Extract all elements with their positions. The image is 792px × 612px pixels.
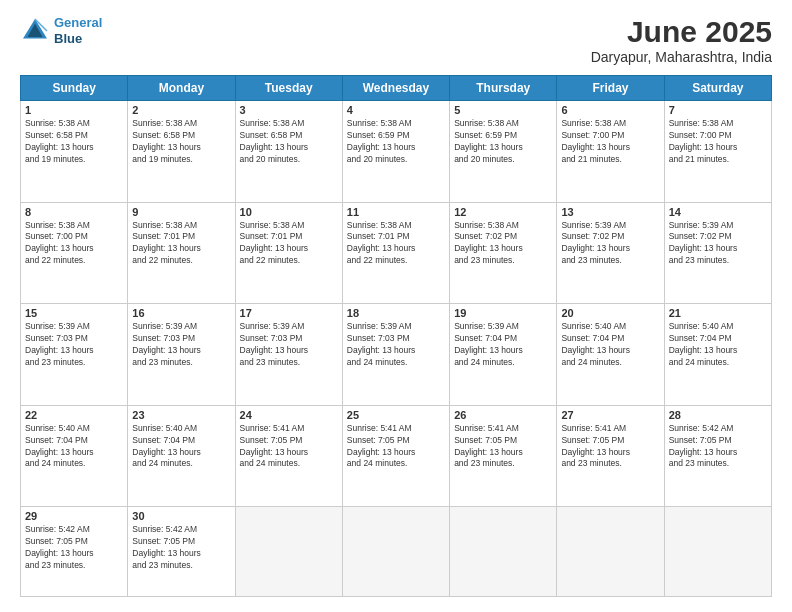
calendar-cell: 30Sunrise: 5:42 AM Sunset: 7:05 PM Dayli… — [128, 507, 235, 597]
calendar-cell: 12Sunrise: 5:38 AM Sunset: 7:02 PM Dayli… — [450, 202, 557, 304]
table-row: 22Sunrise: 5:40 AM Sunset: 7:04 PM Dayli… — [21, 405, 772, 507]
day-info: Sunrise: 5:38 AM Sunset: 7:02 PM Dayligh… — [454, 220, 552, 268]
day-info: Sunrise: 5:38 AM Sunset: 7:00 PM Dayligh… — [561, 118, 659, 166]
day-number: 5 — [454, 104, 552, 116]
col-thursday: Thursday — [450, 76, 557, 101]
title-block: June 2025 Daryapur, Maharashtra, India — [591, 15, 772, 65]
day-number: 14 — [669, 206, 767, 218]
day-number: 17 — [240, 307, 338, 319]
day-number: 18 — [347, 307, 445, 319]
day-number: 2 — [132, 104, 230, 116]
col-monday: Monday — [128, 76, 235, 101]
day-info: Sunrise: 5:40 AM Sunset: 7:04 PM Dayligh… — [132, 423, 230, 471]
day-number: 3 — [240, 104, 338, 116]
day-number: 30 — [132, 510, 230, 522]
day-info: Sunrise: 5:41 AM Sunset: 7:05 PM Dayligh… — [454, 423, 552, 471]
calendar-header-row: Sunday Monday Tuesday Wednesday Thursday… — [21, 76, 772, 101]
day-number: 6 — [561, 104, 659, 116]
page: General Blue June 2025 Daryapur, Maharas… — [0, 0, 792, 612]
col-saturday: Saturday — [664, 76, 771, 101]
calendar-cell — [342, 507, 449, 597]
calendar-cell: 9Sunrise: 5:38 AM Sunset: 7:01 PM Daylig… — [128, 202, 235, 304]
calendar-cell: 26Sunrise: 5:41 AM Sunset: 7:05 PM Dayli… — [450, 405, 557, 507]
day-number: 26 — [454, 409, 552, 421]
calendar-cell — [450, 507, 557, 597]
calendar-cell: 16Sunrise: 5:39 AM Sunset: 7:03 PM Dayli… — [128, 304, 235, 406]
calendar-cell: 4Sunrise: 5:38 AM Sunset: 6:59 PM Daylig… — [342, 101, 449, 203]
day-number: 1 — [25, 104, 123, 116]
col-friday: Friday — [557, 76, 664, 101]
day-number: 7 — [669, 104, 767, 116]
day-number: 21 — [669, 307, 767, 319]
calendar-cell: 28Sunrise: 5:42 AM Sunset: 7:05 PM Dayli… — [664, 405, 771, 507]
table-row: 1Sunrise: 5:38 AM Sunset: 6:58 PM Daylig… — [21, 101, 772, 203]
calendar-cell: 11Sunrise: 5:38 AM Sunset: 7:01 PM Dayli… — [342, 202, 449, 304]
location: Daryapur, Maharashtra, India — [591, 49, 772, 65]
day-number: 15 — [25, 307, 123, 319]
calendar-cell: 27Sunrise: 5:41 AM Sunset: 7:05 PM Dayli… — [557, 405, 664, 507]
calendar-cell: 22Sunrise: 5:40 AM Sunset: 7:04 PM Dayli… — [21, 405, 128, 507]
calendar-cell: 24Sunrise: 5:41 AM Sunset: 7:05 PM Dayli… — [235, 405, 342, 507]
calendar-cell: 8Sunrise: 5:38 AM Sunset: 7:00 PM Daylig… — [21, 202, 128, 304]
day-info: Sunrise: 5:38 AM Sunset: 7:00 PM Dayligh… — [669, 118, 767, 166]
header: General Blue June 2025 Daryapur, Maharas… — [20, 15, 772, 65]
day-info: Sunrise: 5:39 AM Sunset: 7:03 PM Dayligh… — [347, 321, 445, 369]
calendar-cell: 7Sunrise: 5:38 AM Sunset: 7:00 PM Daylig… — [664, 101, 771, 203]
day-info: Sunrise: 5:38 AM Sunset: 7:00 PM Dayligh… — [25, 220, 123, 268]
table-row: 29Sunrise: 5:42 AM Sunset: 7:05 PM Dayli… — [21, 507, 772, 597]
day-info: Sunrise: 5:42 AM Sunset: 7:05 PM Dayligh… — [132, 524, 230, 572]
day-info: Sunrise: 5:39 AM Sunset: 7:03 PM Dayligh… — [132, 321, 230, 369]
day-info: Sunrise: 5:39 AM Sunset: 7:04 PM Dayligh… — [454, 321, 552, 369]
day-number: 8 — [25, 206, 123, 218]
calendar-table: Sunday Monday Tuesday Wednesday Thursday… — [20, 75, 772, 597]
day-number: 24 — [240, 409, 338, 421]
day-info: Sunrise: 5:38 AM Sunset: 6:59 PM Dayligh… — [454, 118, 552, 166]
calendar-cell: 20Sunrise: 5:40 AM Sunset: 7:04 PM Dayli… — [557, 304, 664, 406]
calendar-cell: 1Sunrise: 5:38 AM Sunset: 6:58 PM Daylig… — [21, 101, 128, 203]
calendar-cell: 19Sunrise: 5:39 AM Sunset: 7:04 PM Dayli… — [450, 304, 557, 406]
calendar-cell: 23Sunrise: 5:40 AM Sunset: 7:04 PM Dayli… — [128, 405, 235, 507]
calendar-cell — [235, 507, 342, 597]
day-number: 12 — [454, 206, 552, 218]
calendar-cell: 10Sunrise: 5:38 AM Sunset: 7:01 PM Dayli… — [235, 202, 342, 304]
calendar-cell — [664, 507, 771, 597]
calendar-cell: 6Sunrise: 5:38 AM Sunset: 7:00 PM Daylig… — [557, 101, 664, 203]
day-number: 10 — [240, 206, 338, 218]
logo: General Blue — [20, 15, 102, 46]
day-info: Sunrise: 5:40 AM Sunset: 7:04 PM Dayligh… — [561, 321, 659, 369]
day-info: Sunrise: 5:38 AM Sunset: 7:01 PM Dayligh… — [347, 220, 445, 268]
day-info: Sunrise: 5:42 AM Sunset: 7:05 PM Dayligh… — [25, 524, 123, 572]
table-row: 8Sunrise: 5:38 AM Sunset: 7:00 PM Daylig… — [21, 202, 772, 304]
calendar-cell: 18Sunrise: 5:39 AM Sunset: 7:03 PM Dayli… — [342, 304, 449, 406]
day-info: Sunrise: 5:39 AM Sunset: 7:02 PM Dayligh… — [561, 220, 659, 268]
col-wednesday: Wednesday — [342, 76, 449, 101]
day-info: Sunrise: 5:40 AM Sunset: 7:04 PM Dayligh… — [669, 321, 767, 369]
calendar-cell: 2Sunrise: 5:38 AM Sunset: 6:58 PM Daylig… — [128, 101, 235, 203]
logo-icon — [20, 16, 50, 46]
day-info: Sunrise: 5:41 AM Sunset: 7:05 PM Dayligh… — [561, 423, 659, 471]
day-number: 29 — [25, 510, 123, 522]
logo-text: General Blue — [54, 15, 102, 46]
day-info: Sunrise: 5:38 AM Sunset: 6:59 PM Dayligh… — [347, 118, 445, 166]
day-info: Sunrise: 5:40 AM Sunset: 7:04 PM Dayligh… — [25, 423, 123, 471]
day-info: Sunrise: 5:39 AM Sunset: 7:02 PM Dayligh… — [669, 220, 767, 268]
day-number: 28 — [669, 409, 767, 421]
calendar-cell: 29Sunrise: 5:42 AM Sunset: 7:05 PM Dayli… — [21, 507, 128, 597]
day-info: Sunrise: 5:38 AM Sunset: 7:01 PM Dayligh… — [240, 220, 338, 268]
day-info: Sunrise: 5:39 AM Sunset: 7:03 PM Dayligh… — [240, 321, 338, 369]
col-tuesday: Tuesday — [235, 76, 342, 101]
day-number: 25 — [347, 409, 445, 421]
day-number: 22 — [25, 409, 123, 421]
day-info: Sunrise: 5:38 AM Sunset: 6:58 PM Dayligh… — [25, 118, 123, 166]
calendar-cell: 25Sunrise: 5:41 AM Sunset: 7:05 PM Dayli… — [342, 405, 449, 507]
day-info: Sunrise: 5:42 AM Sunset: 7:05 PM Dayligh… — [669, 423, 767, 471]
day-number: 11 — [347, 206, 445, 218]
calendar-cell: 13Sunrise: 5:39 AM Sunset: 7:02 PM Dayli… — [557, 202, 664, 304]
table-row: 15Sunrise: 5:39 AM Sunset: 7:03 PM Dayli… — [21, 304, 772, 406]
day-number: 16 — [132, 307, 230, 319]
day-number: 4 — [347, 104, 445, 116]
day-info: Sunrise: 5:41 AM Sunset: 7:05 PM Dayligh… — [240, 423, 338, 471]
calendar-cell: 5Sunrise: 5:38 AM Sunset: 6:59 PM Daylig… — [450, 101, 557, 203]
day-number: 19 — [454, 307, 552, 319]
day-info: Sunrise: 5:38 AM Sunset: 6:58 PM Dayligh… — [132, 118, 230, 166]
